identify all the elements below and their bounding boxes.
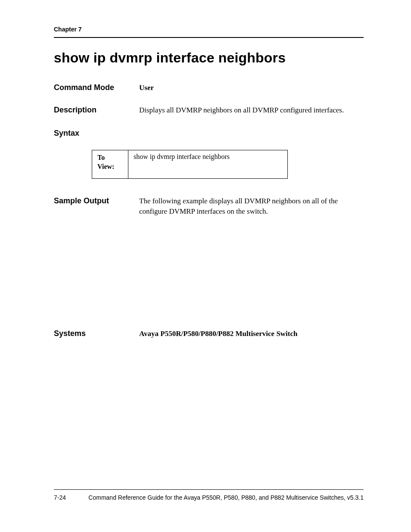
- command-mode-label: Command Mode: [54, 83, 139, 92]
- syntax-left-line1: To: [97, 154, 105, 161]
- sample-output-value: The following example displays all DVMRP…: [139, 196, 364, 217]
- document-page: Chapter 7 show ip dvmrp interface neighb…: [0, 0, 411, 532]
- page-footer: 7-24 Command Reference Guide for the Ava…: [54, 489, 364, 501]
- sample-output-row: Sample Output The following example disp…: [54, 196, 364, 217]
- syntax-table-row: To View: show ip dvmrp interface neighbo…: [92, 150, 288, 178]
- syntax-left-line2: View:: [97, 163, 114, 170]
- systems-label: Systems: [54, 329, 139, 338]
- chapter-header: Chapter 7: [54, 26, 364, 37]
- footer-rule: [54, 489, 364, 490]
- header-rule: [54, 37, 364, 38]
- description-label: Description: [54, 106, 139, 115]
- description-row: Description Displays all DVMRP neighbors…: [54, 105, 364, 116]
- footer-row: 7-24 Command Reference Guide for the Ava…: [54, 494, 364, 501]
- command-mode-row: Command Mode User: [54, 83, 364, 92]
- command-mode-value: User: [139, 84, 154, 92]
- footer-text: Command Reference Guide for the Avaya P5…: [88, 494, 364, 501]
- systems-value: Avaya P550R/P580/P880/P882 Multiservice …: [139, 330, 298, 338]
- syntax-table-right-cell: show ip dvmrp interface neighbors: [128, 150, 288, 178]
- sample-output-label: Sample Output: [54, 196, 139, 205]
- syntax-label: Syntax: [54, 129, 364, 138]
- page-title: show ip dvmrp interface neighbors: [54, 50, 364, 66]
- page-number: 7-24: [54, 494, 66, 501]
- description-value: Displays all DVMRP neighbors on all DVMR…: [139, 105, 344, 116]
- syntax-table: To View: show ip dvmrp interface neighbo…: [92, 150, 288, 179]
- systems-row: Systems Avaya P550R/P580/P880/P882 Multi…: [54, 329, 364, 338]
- syntax-table-left-cell: To View:: [92, 150, 128, 178]
